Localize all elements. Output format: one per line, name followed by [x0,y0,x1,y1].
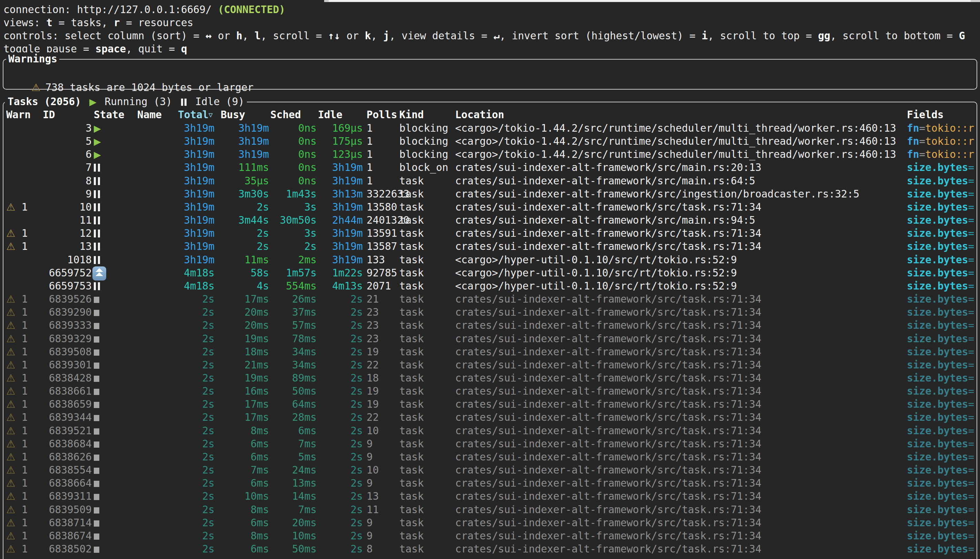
task-row[interactable]: ⚠168386262s6ms5ms2s9taskcrates/sui-index… [0,450,980,463]
task-row[interactable]: 83h19m35µs0ns3h19m1taskcrates/sui-indexe… [0,174,980,187]
cell-idle: 2s [318,490,363,503]
task-row[interactable]: ⚠1123h19m2s3s3h19m13591taskcrates/sui-in… [0,227,980,240]
cell-warn: ⚠1 [6,503,34,516]
task-row[interactable]: ⚠168395092s8ms7ms2s11taskcrates/sui-inde… [0,503,980,516]
field-equals: = [968,346,975,358]
column-header-total[interactable]: Total▿ [178,108,215,121]
warnings-panel-title: Warnings [6,52,59,66]
cell-busy: 58s [221,266,269,280]
duration-value: 34ms [292,346,316,358]
column-header-idle[interactable]: Idle [318,108,363,121]
column-header-warn[interactable]: Warn [6,108,34,121]
task-row[interactable]: 66597534m18s4s554ms4m13s2071task<cargo>/… [0,280,980,293]
task-row[interactable]: 66597524m18s58s1m57s1m22s92785task<cargo… [0,266,980,280]
state-completed-icon [94,494,99,500]
task-row[interactable]: ⚠168393332s20ms57ms2s23taskcrates/sui-in… [0,319,980,332]
cell-id: 6838626 [35,450,92,463]
cell-state [94,266,135,281]
task-row[interactable]: ⚠168393112s10ms14ms2s13taskcrates/sui-in… [0,490,980,503]
cell-warn: ⚠1 [6,293,34,306]
key-hint: gg [818,30,830,42]
key-hint: q [181,43,187,55]
cell-idle: 2s [318,516,363,529]
task-row[interactable]: ⚠168386742s8ms10ms2s9taskcrates/sui-inde… [0,529,980,542]
cell-busy: 2s [221,227,269,240]
warnings-panel: Warnings ⚠738 tasks are 1024 bytes or la… [3,59,977,89]
cell-idle: 2s [318,359,363,372]
cell-fields: size.bytes= [907,174,980,187]
cell-idle: 1m22s [318,266,363,280]
warning-triangle-icon: ⚠ [6,385,15,397]
key-hint: ↵ [493,30,500,42]
field-key: size.bytes [907,319,968,331]
task-row[interactable]: 10183h19m11ms2ms3h19m133task<cargo>/hype… [0,253,980,266]
cell-sched: 2ms [270,253,316,266]
duration-value: 6ms [251,543,269,555]
task-row[interactable]: 113h19m3m44s30m50s2h44m2401320taskcrates… [0,214,980,227]
task-row[interactable]: ⚠168392902s20ms37ms2s23taskcrates/sui-in… [0,306,980,319]
duration-value: 58s [251,267,269,279]
column-header-kind[interactable]: Kind [399,108,455,121]
cell-fields: size.bytes= [907,253,980,266]
task-row[interactable]: ⚠168395262s17ms26ms2s21taskcrates/sui-in… [0,293,980,306]
cell-idle: 2s [318,424,363,437]
column-header-id[interactable]: ID [43,108,55,121]
task-row[interactable]: ⚠168386642s6ms13ms2s9taskcrates/sui-inde… [0,476,980,490]
duration-value: 17ms [245,293,269,305]
column-header-state[interactable]: State [94,108,135,121]
field-equals: = [968,175,975,187]
duration-value: 2s [350,464,363,476]
field-key: size.bytes [907,227,968,239]
duration-value: 6ms [251,451,269,463]
task-row[interactable]: 3▶3h19m3h19m0ns169µs1blocking<cargo>/tok… [0,122,980,135]
task-row[interactable]: ⚠168386842s6ms7ms2s9taskcrates/sui-index… [0,437,980,450]
key-hint: t [46,17,52,29]
cell-location: crates/sui-indexer-alt-framework/src/ing… [455,187,907,200]
task-row[interactable]: 93h19m3m30s1m43s3h13m3322633taskcrates/s… [0,187,980,200]
task-row[interactable]: ⚠168386612s16ms50ms2s19taskcrates/sui-in… [0,385,980,398]
task-row[interactable]: ⚠168395082s18ms34ms2s19taskcrates/sui-in… [0,345,980,359]
task-row[interactable]: ⚠168386592s17ms64ms2s19taskcrates/sui-in… [0,398,980,411]
task-row[interactable]: ⚠1103h19m2s3s3h19m13580taskcrates/sui-in… [0,200,980,214]
task-row[interactable]: ⚠168393442s17ms28ms2s22taskcrates/sui-in… [0,411,980,424]
field-key: size.bytes [907,543,968,555]
help-text: , scroll = [261,30,328,42]
task-row[interactable]: 5▶3h19m3h19m0ns175µs1blocking<cargo>/tok… [0,135,980,148]
task-row[interactable]: ⚠168393292s19ms78ms2s23taskcrates/sui-in… [0,332,980,345]
state-idle-icon [94,256,100,264]
task-row[interactable]: ⚠168385022s6ms50ms2s8taskcrates/sui-inde… [0,542,980,556]
task-row[interactable]: ⚠168385542s7ms24ms2s10taskcrates/sui-ind… [0,463,980,476]
state-completed-icon [94,507,99,514]
cell-warn: ⚠1 [6,345,34,359]
warning-triangle-icon: ⚠ [6,346,15,358]
task-row[interactable]: ⚠1133h19m2s2s3h19m13587taskcrates/sui-in… [0,240,980,253]
task-row[interactable]: 73h19m111ms0ns3h19m1block_oncrates/sui-i… [0,161,980,174]
task-row[interactable]: ⚠168387142s6ms20ms2s9taskcrates/sui-inde… [0,516,980,529]
duration-value: 2ms [298,254,316,266]
duration-value: 6ms [251,438,269,450]
task-row[interactable]: ⚠168384282s19ms89ms2s18taskcrates/sui-in… [0,372,980,385]
help-text: , invert sort (highest/lowest) = [500,30,702,42]
duration-value: 3h19m [332,227,363,239]
column-header-loc[interactable]: Location [455,108,907,121]
key-hint: ↔ [205,30,212,42]
duration-value: 16ms [245,385,269,397]
task-row[interactable]: ⚠168395212s8ms6ms2s10taskcrates/sui-inde… [0,424,980,437]
state-idle-icon [94,282,100,290]
duration-value: 554ms [286,280,316,292]
task-row[interactable]: ⚠168393012s21ms34ms2s22taskcrates/sui-in… [0,359,980,372]
field-equals: = [968,162,975,174]
duration-value: 4m18s [184,267,215,279]
field-value: tokio::r [925,136,974,147]
help-text: or [212,30,236,42]
duration-value: 2s [350,359,363,371]
column-header-name[interactable]: Name [137,108,175,121]
column-header-busy[interactable]: Busy [221,108,269,121]
duration-value: 2s [202,372,215,384]
cell-id: 6839508 [35,345,92,359]
column-header-fields[interactable]: Fields [907,108,980,121]
warning-triangle-icon: ⚠ [6,477,15,489]
cell-warn: ⚠1 [6,200,34,214]
column-header-sched[interactable]: Sched [270,108,316,121]
task-row[interactable]: 6▶3h19m3h19m0ns123µs1blocking<cargo>/tok… [0,148,980,161]
